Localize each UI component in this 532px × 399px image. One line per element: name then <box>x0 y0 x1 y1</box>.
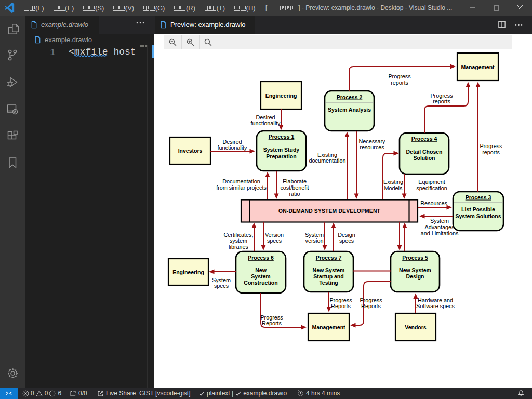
svg-text:system: system <box>230 237 247 244</box>
svg-text:reports: reports <box>482 149 500 155</box>
svg-text:functionality: functionality <box>217 144 247 151</box>
svg-text:System Analysis: System Analysis <box>328 107 371 113</box>
svg-text:Design: Design <box>406 273 424 280</box>
svg-text:Documentation: Documentation <box>222 178 260 184</box>
svg-text:reports: reports <box>391 79 408 86</box>
svg-text:Equipment: Equipment <box>418 179 445 185</box>
svg-text:Software specs: Software specs <box>416 303 455 309</box>
svg-text:Desired: Desired <box>222 139 242 145</box>
svg-text:Process 1: Process 1 <box>269 134 295 140</box>
svg-text:specs: specs <box>339 237 354 244</box>
svg-text:cost/benefit: cost/benefit <box>280 184 309 191</box>
svg-text:specification: specification <box>416 185 447 191</box>
svg-text:version: version <box>305 237 324 244</box>
svg-text:New: New <box>255 267 267 273</box>
svg-text:Construction: Construction <box>244 280 277 286</box>
svg-text:System: System <box>430 218 449 224</box>
svg-text:Solution: Solution <box>414 155 435 161</box>
svg-text:Detail Chosen: Detail Chosen <box>406 149 442 155</box>
svg-text:Elaborate: Elaborate <box>283 178 307 184</box>
svg-text:System Study: System Study <box>263 147 300 153</box>
svg-text:Investors: Investors <box>178 148 203 154</box>
svg-text:Process 7: Process 7 <box>316 255 342 261</box>
svg-text:System: System <box>251 273 270 280</box>
svg-text:Existing: Existing <box>317 152 337 158</box>
svg-text:Progress: Progress <box>430 92 453 99</box>
svg-text:Existing: Existing <box>383 179 403 185</box>
svg-text:and Limitations: and Limitations <box>421 230 459 236</box>
svg-text:Resources: Resources <box>420 200 447 206</box>
svg-text:Reports: Reports <box>262 320 282 326</box>
svg-text:reports: reports <box>433 98 450 104</box>
svg-text:Reports: Reports <box>361 303 381 309</box>
svg-text:Process 3: Process 3 <box>466 194 491 201</box>
svg-text:Progress: Progress <box>329 297 352 303</box>
svg-text:Engineering: Engineering <box>172 269 204 275</box>
svg-text:Testing: Testing <box>319 280 338 286</box>
svg-text:List Possible: List Possible <box>461 206 495 212</box>
svg-text:Vendors: Vendors <box>405 324 427 330</box>
svg-text:System: System <box>305 232 324 238</box>
svg-text:specs: specs <box>214 283 229 289</box>
svg-text:Models: Models <box>384 185 403 191</box>
svg-text:Desired: Desired <box>256 114 275 121</box>
svg-text:Progress: Progress <box>480 143 502 149</box>
svg-text:Necessary: Necessary <box>358 138 385 144</box>
svg-text:Reports: Reports <box>331 303 351 309</box>
svg-text:Management: Management <box>312 324 345 330</box>
svg-text:Process 5: Process 5 <box>402 255 428 261</box>
svg-text:Startup and: Startup and <box>313 273 343 280</box>
svg-text:Progress: Progress <box>260 314 283 321</box>
svg-text:Management: Management <box>461 64 495 70</box>
svg-text:System Solutions: System Solutions <box>455 213 501 219</box>
svg-text:Advantages: Advantages <box>424 224 455 230</box>
svg-text:resources: resources <box>360 144 384 150</box>
svg-text:Process 4: Process 4 <box>411 136 437 142</box>
svg-text:Progress: Progress <box>360 297 382 303</box>
svg-text:System: System <box>212 277 231 283</box>
svg-text:New System: New System <box>313 267 345 273</box>
svg-text:Design: Design <box>338 232 355 238</box>
svg-text:from similar projects: from similar projects <box>216 184 267 191</box>
svg-text:Process 6: Process 6 <box>248 255 274 261</box>
svg-text:New System: New System <box>399 267 431 273</box>
svg-text:ratio: ratio <box>289 191 300 197</box>
svg-text:Process 2: Process 2 <box>337 94 363 100</box>
svg-text:Engineering: Engineering <box>265 92 297 99</box>
svg-text:Hardware and: Hardware and <box>418 297 453 303</box>
svg-text:functionality: functionality <box>250 120 281 126</box>
svg-text:libraries: libraries <box>229 244 248 250</box>
svg-text:Certificates,: Certificates, <box>224 232 254 238</box>
svg-text:specs: specs <box>267 237 282 244</box>
svg-text:Version: Version <box>265 232 284 238</box>
svg-text:Progress: Progress <box>388 73 411 79</box>
svg-text:documentation: documentation <box>309 157 346 164</box>
svg-text:Preparation: Preparation <box>266 153 296 159</box>
svg-text:ON-DEMAND SYSTEM DEVELOPMENT: ON-DEMAND SYSTEM DEVELOPMENT <box>278 208 381 214</box>
